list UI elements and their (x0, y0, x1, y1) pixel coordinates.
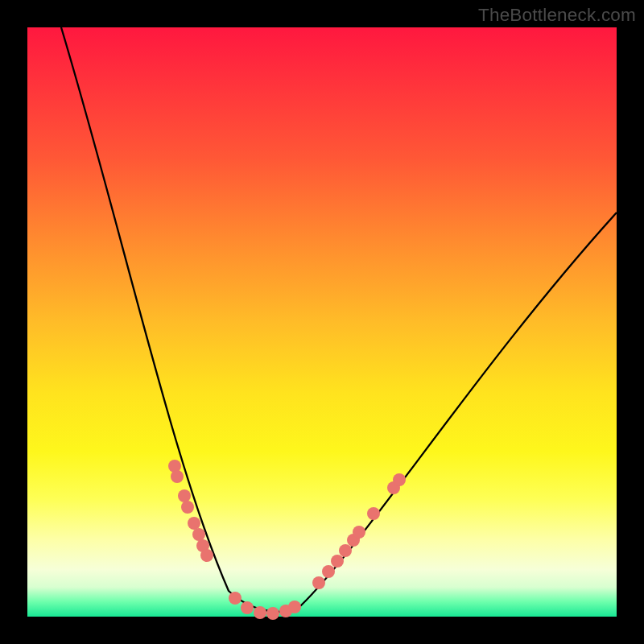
dots-layer (168, 460, 406, 620)
bottleneck-curve (61, 27, 617, 612)
data-point-dot (171, 470, 184, 483)
chart-frame: TheBottleneck.com (0, 0, 644, 644)
data-point-dot (312, 576, 325, 589)
data-point-dot (266, 607, 279, 620)
data-point-dot (192, 528, 205, 541)
chart-svg (27, 27, 617, 617)
data-point-dot (331, 555, 344, 568)
data-point-dot (200, 549, 213, 562)
data-point-dot (178, 489, 191, 502)
data-point-dot (188, 517, 200, 530)
data-point-dot (367, 507, 380, 520)
data-point-dot (241, 601, 254, 614)
data-point-dot (353, 526, 365, 539)
data-point-dot (322, 565, 335, 578)
data-point-dot (393, 473, 406, 486)
data-point-dot (181, 501, 194, 514)
data-point-dot (229, 592, 242, 605)
data-point-dot (339, 544, 352, 557)
plot-area (27, 27, 617, 617)
watermark-text: TheBottleneck.com (478, 5, 636, 26)
data-point-dot (288, 601, 301, 613)
data-point-dot (254, 606, 266, 619)
